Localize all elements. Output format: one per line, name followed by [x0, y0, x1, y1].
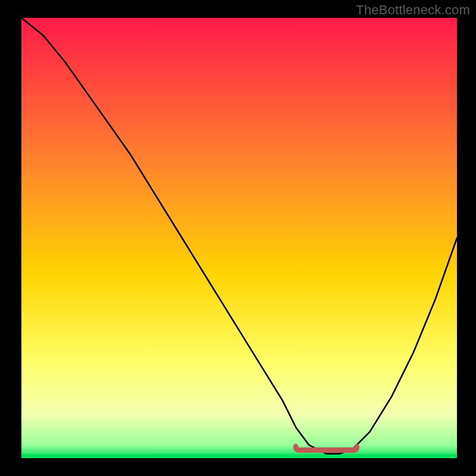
- bottleneck-plot: [21, 18, 457, 458]
- gradient-background: [21, 18, 457, 458]
- chart-frame: TheBottleneck.com: [0, 0, 476, 476]
- green-baseline-strip: [21, 454, 457, 458]
- watermark-text: TheBottleneck.com: [356, 2, 470, 18]
- bottleneck-chart-svg: [21, 18, 457, 458]
